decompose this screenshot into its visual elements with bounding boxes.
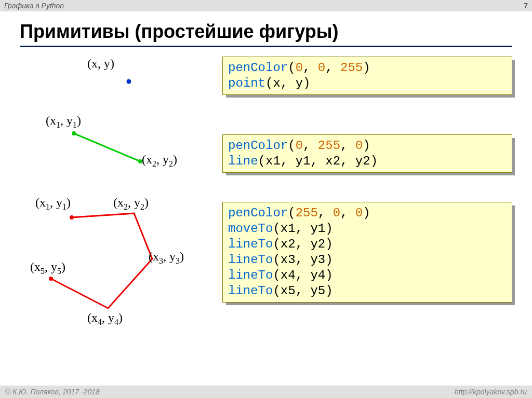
slide-content: Примитивы (простейшие фигуры) (x, y) pen…	[0, 11, 532, 326]
label-x1y1-a: (x1, y1)	[46, 114, 81, 130]
label-x3y3: (x3, y3)	[149, 250, 184, 266]
code-block-line: penColor(0, 255, 0) line(x1, y1, x2, y2)	[222, 134, 512, 173]
label-x4y4: (x4, y4)	[87, 311, 123, 327]
page-number: 7	[524, 2, 528, 10]
label-x2y2-b: (x2, y2)	[113, 196, 149, 212]
label-x2y2-a: (x2, y2)	[142, 153, 177, 169]
code-block-polyline: penColor(255, 0, 0) moveTo(x1, y1) lineT…	[222, 202, 512, 303]
row-point: (x, y) penColor(0, 0, 255) point(x, y)	[20, 57, 512, 98]
header-bar: Графика в Python 7	[0, 0, 532, 11]
title-rule	[20, 46, 512, 47]
polyline-diagram	[20, 191, 222, 326]
label-x5y5: (x5, y5)	[30, 260, 65, 276]
slide-title: Примитивы (простейшие фигуры)	[20, 21, 512, 43]
code-block-point: penColor(0, 0, 255) point(x, y)	[222, 57, 512, 95]
svg-line-1	[74, 133, 140, 161]
point-diagram	[20, 57, 222, 98]
label-x1y1-b: (x1, y1)	[35, 196, 71, 212]
footer-bar: © К.Ю. Поляков, 2017 -2018 http://kpolya…	[0, 386, 532, 398]
svg-point-0	[127, 79, 131, 84]
svg-point-2	[72, 131, 76, 135]
footer-url: http://kpolyakov.spb.ru	[455, 388, 527, 396]
header-title: Графика в Python	[4, 2, 64, 10]
label-xy: (x, y)	[87, 57, 114, 71]
footer-copyright: © К.Ю. Поляков, 2017 -2018	[5, 388, 100, 396]
row-line: (x1, y1) (x2, y2) penColor(0, 255, 0) li…	[20, 114, 512, 176]
svg-point-4	[70, 215, 74, 219]
row-polyline: (x1, y1) (x2, y2) (x3, y3) (x4, y4) (x5,…	[20, 191, 512, 326]
svg-point-5	[49, 277, 53, 281]
